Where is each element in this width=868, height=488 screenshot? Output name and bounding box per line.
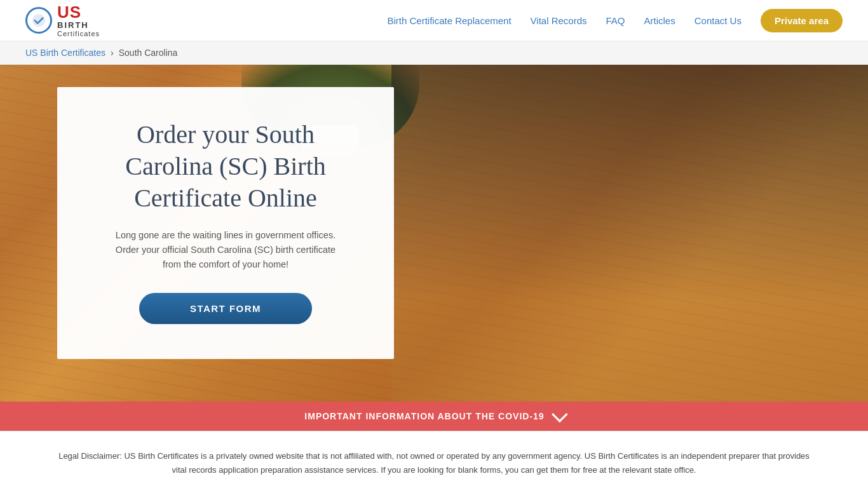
logo-birth: BIRTH [57,21,100,30]
nav-birth-certificate-replacement[interactable]: Birth Certificate Replacement [387,15,511,26]
logo[interactable]: US BIRTH Certificates [25,3,100,38]
nav-contact-us[interactable]: Contact Us [695,15,742,26]
legal-disclaimer: Legal Disclaimer: US Birth Certificates … [0,431,868,488]
logo-text: US BIRTH Certificates [57,3,100,38]
logo-icon [25,7,52,34]
start-form-button[interactable]: START FORM [139,293,312,324]
breadcrumb-parent-link[interactable]: US Birth Certificates [25,48,105,58]
nav-vital-records[interactable]: Vital Records [531,15,587,26]
main-nav: Birth Certificate Replacement Vital Reco… [387,9,843,32]
hero-heading: Order your South Carolina (SC) Birth Cer… [92,119,359,214]
logo-us: US [57,3,100,22]
hero-card: Order your South Carolina (SC) Birth Cer… [57,87,394,359]
disclaimer-text: Legal Disclaimer: US Birth Certificates … [51,449,817,477]
breadcrumb: US Birth Certificates › South Carolina [0,41,868,65]
breadcrumb-separator: › [111,48,114,58]
covid-banner-text: IMPORTANT INFORMATION ABOUT THE COVID-19 [304,411,544,421]
nav-articles[interactable]: Articles [644,15,675,26]
breadcrumb-current: South Carolina [119,48,178,58]
site-header: US BIRTH Certificates Birth Certificate … [0,0,868,41]
hero-body-text: Long gone are the waiting lines in gover… [108,228,343,273]
covid-banner[interactable]: IMPORTANT INFORMATION ABOUT THE COVID-19 [0,402,868,431]
chevron-down-icon [552,406,567,422]
logo-certs: Certificates [57,30,100,37]
nav-faq[interactable]: FAQ [606,15,625,26]
laptop-overlay [391,65,868,402]
private-area-button[interactable]: Private area [761,9,843,32]
hero-section: Order your South Carolina (SC) Birth Cer… [0,65,868,402]
